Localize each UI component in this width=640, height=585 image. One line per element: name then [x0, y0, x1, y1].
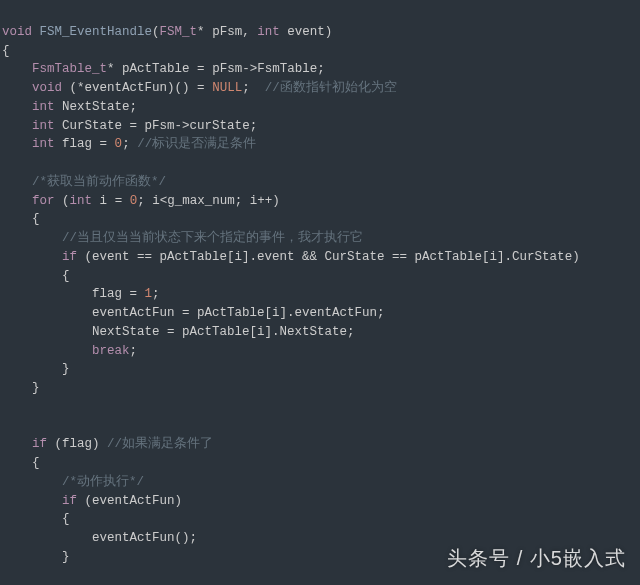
eq: =	[197, 81, 205, 95]
arg: pFsm	[212, 25, 242, 39]
type: int	[32, 137, 55, 151]
star: *	[197, 25, 205, 39]
semi: ;	[242, 81, 250, 95]
comment: /*获取当前动作函数*/	[32, 175, 166, 189]
var: flag	[62, 137, 92, 151]
rhs: pFsm->curState;	[145, 119, 258, 133]
eq: =	[197, 62, 205, 76]
star: *	[107, 62, 115, 76]
type: int	[32, 119, 55, 133]
var: i	[100, 194, 108, 208]
code-block: void FSM_EventHandle(FSM_t* pFsm, int ev…	[0, 0, 640, 585]
paren: (	[152, 25, 160, 39]
rhs: pFsm->FsmTable;	[212, 62, 325, 76]
eq: =	[100, 137, 108, 151]
semi: ;	[122, 137, 130, 151]
kw-if: if	[62, 494, 77, 508]
comma: ,	[242, 25, 250, 39]
brace: {	[32, 212, 40, 226]
fn-name: FSM_EventHandle	[40, 25, 153, 39]
paren: )	[325, 25, 333, 39]
type: FSM_t	[160, 25, 198, 39]
stmt: NextState = pActTable[i].NextState;	[92, 325, 355, 339]
paren: (	[62, 194, 70, 208]
kw-for: for	[32, 194, 55, 208]
lhs: flag	[92, 287, 122, 301]
eq: =	[115, 194, 123, 208]
call: eventActFun();	[92, 531, 197, 545]
comment: //当且仅当当前状态下来个指定的事件，我才执行它	[62, 231, 363, 245]
comment: //如果满足条件了	[107, 437, 213, 451]
brace: }	[32, 381, 40, 395]
kw-if: if	[32, 437, 47, 451]
sig: (*eventActFun)()	[70, 81, 190, 95]
cond: (flag)	[55, 437, 100, 451]
brace: {	[2, 44, 10, 58]
comment: //函数指针初始化为空	[265, 81, 397, 95]
kw-if: if	[62, 250, 77, 264]
brace: {	[32, 456, 40, 470]
arg: event	[287, 25, 325, 39]
kw-void: void	[2, 25, 32, 39]
type: int	[70, 194, 93, 208]
brace: }	[62, 550, 70, 564]
brace: }	[62, 362, 70, 376]
kw-break: break	[92, 344, 130, 358]
var: pActTable	[122, 62, 190, 76]
comment: //标识是否满足条件	[137, 137, 256, 151]
type: FsmTable_t	[32, 62, 107, 76]
num: 0	[115, 137, 123, 151]
semi: ;	[130, 344, 138, 358]
comment: /*动作执行*/	[62, 475, 144, 489]
cond: (eventActFun)	[85, 494, 183, 508]
eq: =	[130, 287, 138, 301]
num: 1	[145, 287, 153, 301]
null: NULL	[212, 81, 242, 95]
type: int	[32, 100, 55, 114]
cond: (event == pActTable[i].event && CurState…	[85, 250, 580, 264]
brace: {	[62, 269, 70, 283]
rest: ; i<g_max_num; i++)	[137, 194, 280, 208]
brace: {	[62, 512, 70, 526]
type: int	[257, 25, 280, 39]
semi: ;	[152, 287, 160, 301]
type: void	[32, 81, 62, 95]
var: NextState;	[62, 100, 137, 114]
eq: =	[130, 119, 138, 133]
var: CurState	[62, 119, 122, 133]
stmt: eventActFun = pActTable[i].eventActFun;	[92, 306, 385, 320]
